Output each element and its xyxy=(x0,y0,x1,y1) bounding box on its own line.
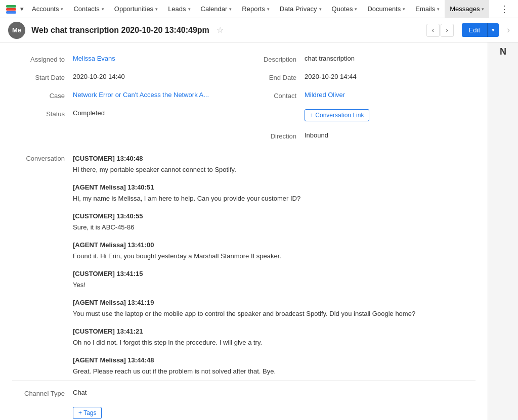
opportunities-caret: ▾ xyxy=(155,7,158,12)
start-date-row: Start Date 2020-10-20 14:40 xyxy=(12,69,244,87)
assigned-to-value[interactable]: Melissa Evans xyxy=(73,55,244,62)
contacts-caret: ▾ xyxy=(102,7,104,12)
status-row: Status Completed xyxy=(12,105,244,123)
conv-link-row: + Conversation Link xyxy=(244,105,476,125)
quotes-caret: ▾ xyxy=(355,7,357,12)
msg-7-body: Great. Please reach us out if the proble… xyxy=(73,366,476,377)
direction-value: Inbound xyxy=(305,131,476,139)
svg-rect-2 xyxy=(6,5,16,8)
direction-section: Direction Inbound xyxy=(12,125,476,150)
panel-expand-icon[interactable]: › xyxy=(507,25,510,35)
record-title: Web chat transcription 2020-10-20 13:40:… xyxy=(31,26,209,35)
edit-button[interactable]: Edit xyxy=(462,23,487,37)
nav-more-button[interactable]: ⋮ xyxy=(495,4,514,15)
conversation-text: [CUSTOMER] 13:40:48 Hi there, my portabl… xyxy=(73,154,476,376)
conversation-left xyxy=(12,125,244,150)
message-0: [CUSTOMER] 13:40:48 Hi there, my portabl… xyxy=(73,154,476,174)
contact-row: Contact Mildred Oliver xyxy=(244,87,476,105)
nav-leads[interactable]: Leads ▾ xyxy=(163,0,195,18)
msg-7-header: [AGENT Melissa] 13:44:48 xyxy=(73,355,476,365)
description-row: Description chat transcription xyxy=(244,51,476,69)
calendar-caret: ▾ xyxy=(229,7,232,12)
divider-1 xyxy=(12,380,476,381)
msg-2-body: Sure, it is ABC-45-86 xyxy=(73,222,476,232)
avatar: Me xyxy=(8,22,25,39)
case-value[interactable]: Network Error or Can't Access the Networ… xyxy=(73,91,244,99)
logo-caret[interactable]: ▾ xyxy=(20,5,24,13)
main-content: Assigned to Melissa Evans Start Date 202… xyxy=(0,42,518,420)
message-4: [CUSTOMER] 13:41:15 Yes! xyxy=(73,269,476,290)
prev-record-button[interactable]: ‹ xyxy=(426,24,440,37)
conversation-link-button[interactable]: + Conversation Link xyxy=(305,109,369,121)
svg-rect-1 xyxy=(6,8,16,11)
message-7: [AGENT Melissa] 13:44:48 Great. Please r… xyxy=(73,355,476,376)
favorite-icon[interactable]: ☆ xyxy=(217,25,224,35)
msg-3-header: [AGENT Melissa] 13:41:00 xyxy=(73,240,476,250)
msg-4-body: Yes! xyxy=(73,280,476,290)
start-date-value: 2020-10-20 14:40 xyxy=(73,73,244,80)
tags-button[interactable]: + Tags xyxy=(73,407,102,419)
message-3: [AGENT Melissa] 13:41:00 Found it. Hi Er… xyxy=(73,240,476,261)
fields-grid: Assigned to Melissa Evans Start Date 202… xyxy=(12,51,476,125)
case-row: Case Network Error or Can't Access the N… xyxy=(12,87,244,105)
data-privacy-caret: ▾ xyxy=(319,7,322,12)
nav-contacts[interactable]: Contacts ▾ xyxy=(68,0,109,18)
direction-row: Direction Inbound xyxy=(244,127,476,146)
msg-4-header: [CUSTOMER] 13:41:15 xyxy=(73,269,476,279)
contact-label: Contact xyxy=(244,91,305,100)
edit-dropdown-button[interactable]: ▾ xyxy=(487,23,499,37)
msg-5-header: [AGENT Melissa] 13:41:19 xyxy=(73,298,476,308)
record-header: Me Web chat transcription 2020-10-20 13:… xyxy=(0,18,518,42)
status-value: Completed xyxy=(73,109,244,117)
messages-caret: ▾ xyxy=(482,7,484,12)
conversation-section: Conversation [CUSTOMER] 13:40:48 Hi ther… xyxy=(12,150,476,380)
contact-value[interactable]: Mildred Oliver xyxy=(305,91,476,99)
nav-emails[interactable]: Emails ▾ xyxy=(410,0,445,18)
msg-1-body: Hi, my name is Melissa, I am here to hel… xyxy=(73,194,476,204)
nav-reports[interactable]: Reports ▾ xyxy=(237,0,275,18)
direction-label: Direction xyxy=(244,131,305,140)
direction-right: Direction Inbound xyxy=(244,125,476,150)
msg-3-body: Found it. Hi Erin, you bought yesterday … xyxy=(73,251,476,261)
description-value: chat transcription xyxy=(305,55,476,62)
message-6: [CUSTOMER] 13:41:21 Oh no I did not. I f… xyxy=(73,326,476,347)
msg-6-body: Oh no I did not. I forgot this step in t… xyxy=(73,338,476,348)
tags-row: + Tags xyxy=(12,403,476,420)
nav-quotes[interactable]: Quotes ▾ xyxy=(327,0,363,18)
next-record-button[interactable]: › xyxy=(441,24,454,37)
status-label: Status xyxy=(12,109,73,118)
end-date-label: End Date xyxy=(244,73,305,81)
case-label: Case xyxy=(12,91,73,100)
reports-caret: ▾ xyxy=(267,7,270,12)
msg-5-body: You must use the laptop or the mobile ap… xyxy=(73,309,476,319)
channel-type-label: Channel Type xyxy=(12,389,73,397)
emails-caret: ▾ xyxy=(437,7,440,12)
nav-calendar[interactable]: Calendar ▾ xyxy=(196,0,237,18)
nav-messages[interactable]: Messages ▾ xyxy=(445,0,489,18)
detail-panel: Assigned to Melissa Evans Start Date 202… xyxy=(0,42,488,420)
record-nav-arrows: ‹ › xyxy=(426,24,454,37)
description-label: Description xyxy=(244,55,305,63)
edit-button-group: Edit ▾ xyxy=(462,23,499,37)
message-5: [AGENT Melissa] 13:41:19 You must use th… xyxy=(73,298,476,318)
msg-0-body: Hi there, my portable speaker cannot con… xyxy=(73,165,476,175)
message-1: [AGENT Melissa] 13:40:51 Hi, my name is … xyxy=(73,182,476,203)
nav-opportunities[interactable]: Opportunities ▾ xyxy=(109,0,163,18)
accounts-caret: ▾ xyxy=(61,7,63,12)
nav-accounts[interactable]: Accounts ▾ xyxy=(27,0,68,18)
end-date-value: 2020-10-20 14:44 xyxy=(305,73,476,80)
top-nav: ▾ Accounts ▾ Contacts ▾ Opportunities ▾ … xyxy=(0,0,518,18)
msg-1-header: [AGENT Melissa] 13:40:51 xyxy=(73,182,476,193)
channel-type-value: Chat xyxy=(73,389,476,396)
assigned-to-row: Assigned to Melissa Evans xyxy=(12,51,244,69)
app-logo: ▾ xyxy=(4,2,24,16)
assigned-to-label: Assigned to xyxy=(12,55,73,63)
right-fields: Description chat transcription End Date … xyxy=(244,51,476,125)
right-panel-label: N xyxy=(500,46,506,57)
nav-documents[interactable]: Documents ▾ xyxy=(362,0,410,18)
conversation-label: Conversation xyxy=(12,154,73,162)
end-date-row: End Date 2020-10-20 14:44 xyxy=(244,69,476,87)
left-fields: Assigned to Melissa Evans Start Date 202… xyxy=(12,51,244,125)
conv-link-spacer xyxy=(244,109,305,110)
nav-data-privacy[interactable]: Data Privacy ▾ xyxy=(275,0,327,18)
